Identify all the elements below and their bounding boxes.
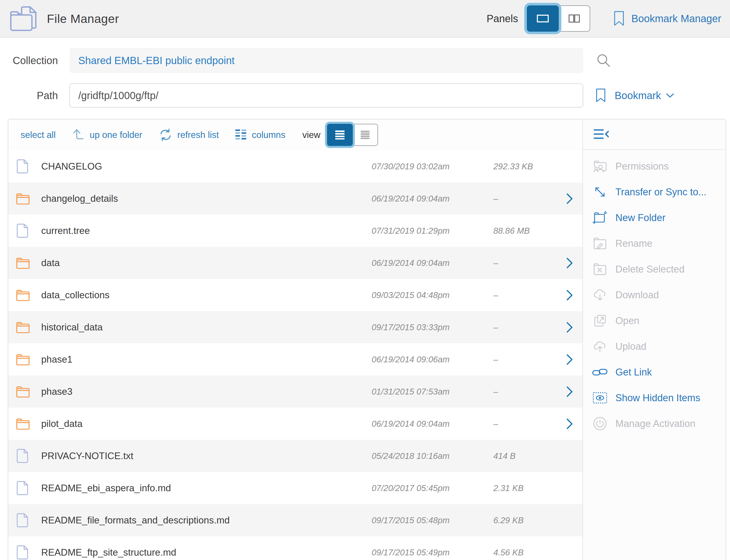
file-row[interactable]: README_ftp_site_structure.md09/17/2015 0… bbox=[8, 536, 583, 560]
file-size: – bbox=[450, 194, 558, 204]
file-row[interactable]: README_ebi_aspera_info.md07/20/2017 05:4… bbox=[8, 472, 583, 504]
sidebar-item-get-link[interactable]: Get Link bbox=[583, 359, 726, 385]
sidebar-item-label: New Folder bbox=[615, 212, 665, 223]
sidebar-item-label: Manage Activation bbox=[615, 418, 696, 429]
refresh-list-button[interactable]: refresh list bbox=[158, 128, 219, 142]
show-hidden-icon bbox=[592, 391, 608, 405]
file-size: 292.33 KB bbox=[450, 162, 558, 171]
sidebar-item-manage-activation: Manage Activation bbox=[583, 411, 726, 436]
sidebar-item-transfer-or-sync-to[interactable]: Transfer or Sync to... bbox=[583, 179, 726, 205]
sidebar-item-open: Open bbox=[583, 308, 726, 334]
list-toolbar: select all up one folder refresh list bbox=[8, 119, 583, 150]
path-input[interactable] bbox=[69, 83, 583, 108]
condensed-view-button[interactable] bbox=[352, 124, 378, 146]
bookmark-manager-link[interactable]: Bookmark Manager bbox=[613, 11, 721, 26]
file-name: CHANGELOG bbox=[41, 161, 341, 172]
file-row[interactable]: data_collections09/03/2015 04:48pm– bbox=[8, 279, 583, 311]
file-name: README_ebi_aspera_info.md bbox=[41, 483, 341, 494]
refresh-icon bbox=[158, 128, 173, 142]
collection-value: Shared EMBL-EBI public endpoint bbox=[78, 55, 234, 66]
file-name: README_file_formats_and_descriptions.md bbox=[41, 515, 341, 526]
sidebar-item-permissions: Permissions bbox=[583, 153, 726, 179]
file-row[interactable]: CHANGELOG07/30/2019 03:02am292.33 KB bbox=[8, 150, 583, 182]
file-size: 2.31 KB bbox=[450, 483, 558, 493]
chevron-right-icon[interactable] bbox=[558, 193, 573, 204]
single-panel-button[interactable] bbox=[527, 5, 559, 32]
bookmark-manager-label: Bookmark Manager bbox=[631, 13, 721, 24]
permissions-icon bbox=[592, 159, 608, 173]
file-icon bbox=[16, 513, 30, 528]
file-size: – bbox=[450, 258, 558, 268]
file-list: CHANGELOG07/30/2019 03:02am292.33 KBchan… bbox=[8, 150, 583, 560]
chevron-right-icon[interactable] bbox=[558, 354, 573, 365]
file-row[interactable]: pilot_data06/19/2014 09:04am– bbox=[8, 408, 583, 440]
file-row[interactable]: phase106/19/2014 09:06am– bbox=[8, 343, 583, 375]
file-row[interactable]: current.tree07/31/2019 01:29pm88.86 MB bbox=[8, 215, 583, 247]
file-row[interactable]: PRIVACY-NOTICE.txt05/24/2018 10:16am414 … bbox=[8, 440, 583, 472]
file-date: 06/19/2014 09:04am bbox=[341, 419, 450, 429]
file-icon bbox=[16, 481, 30, 496]
bookmark-dropdown[interactable]: Bookmark bbox=[596, 88, 674, 103]
collapse-sidebar-icon[interactable] bbox=[593, 128, 610, 140]
up-one-folder-icon bbox=[72, 128, 85, 142]
sidebar-item-label: Download bbox=[615, 290, 659, 301]
sidebar-item-new-folder[interactable]: New Folder bbox=[583, 205, 726, 231]
file-icon bbox=[16, 449, 30, 463]
file-size: 414 B bbox=[450, 451, 558, 461]
collection-field[interactable]: Shared EMBL-EBI public endpoint bbox=[69, 48, 583, 73]
dual-panel-button[interactable] bbox=[558, 5, 590, 32]
sidebar-item-label: Permissions bbox=[615, 161, 669, 172]
file-size: – bbox=[450, 419, 558, 429]
file-date: 07/30/2019 03:02am bbox=[341, 162, 450, 171]
chevron-right-icon[interactable] bbox=[558, 322, 573, 333]
up-one-folder-button[interactable]: up one folder bbox=[72, 128, 142, 142]
file-name: historical_data bbox=[41, 322, 341, 333]
list-view-button[interactable] bbox=[327, 124, 353, 146]
chevron-right-icon[interactable] bbox=[558, 386, 573, 397]
sidebar-item-label: Get Link bbox=[615, 367, 652, 378]
file-name: data bbox=[41, 258, 341, 268]
sidebar-item-show-hidden-items[interactable]: Show Hidden Items bbox=[583, 385, 726, 411]
folder-icon bbox=[16, 289, 30, 302]
file-icon bbox=[16, 545, 30, 560]
select-all-button[interactable]: select all bbox=[21, 130, 56, 140]
actions-sidebar: PermissionsTransfer or Sync to...New Fol… bbox=[583, 119, 726, 560]
folder-icon bbox=[16, 321, 30, 334]
columns-icon bbox=[235, 128, 247, 141]
app-header: File Manager Panels Bookmark Manager bbox=[0, 0, 730, 38]
file-row[interactable]: historical_data09/17/2015 03:33pm– bbox=[8, 311, 583, 343]
activation-icon bbox=[592, 416, 608, 431]
sidebar-item-download: Download bbox=[583, 282, 726, 308]
bookmark-label: Bookmark bbox=[615, 90, 661, 101]
search-icon[interactable] bbox=[596, 53, 612, 68]
file-row[interactable]: changelog_details06/19/2014 09:04am– bbox=[8, 182, 583, 215]
download-icon bbox=[592, 287, 608, 302]
file-name: PRIVACY-NOTICE.txt bbox=[41, 451, 341, 461]
path-label: Path bbox=[8, 90, 58, 101]
file-size: – bbox=[450, 387, 558, 397]
chevron-right-icon[interactable] bbox=[558, 257, 573, 269]
sidebar-item-label: Upload bbox=[615, 341, 646, 352]
file-row[interactable]: phase301/31/2015 07:53am– bbox=[8, 375, 583, 408]
file-date: 05/24/2018 10:16am bbox=[341, 451, 450, 461]
chevron-right-icon[interactable] bbox=[558, 418, 573, 430]
file-date: 09/17/2015 05:49pm bbox=[341, 548, 450, 557]
file-date: 06/19/2014 09:04am bbox=[341, 194, 450, 204]
sidebar-item-rename: Rename bbox=[583, 231, 726, 256]
collection-label: Collection bbox=[8, 55, 58, 66]
list-view-icon bbox=[334, 130, 345, 140]
columns-button[interactable]: columns bbox=[235, 128, 285, 141]
file-size: – bbox=[450, 322, 558, 332]
file-name: phase1 bbox=[41, 354, 341, 365]
dual-panel-icon bbox=[568, 14, 580, 23]
file-size: – bbox=[450, 355, 558, 364]
file-name: changelog_details bbox=[41, 193, 341, 204]
chevron-right-icon[interactable] bbox=[558, 290, 573, 301]
sidebar-item-label: Transfer or Sync to... bbox=[615, 187, 706, 198]
view-label: view bbox=[302, 130, 320, 140]
file-date: 09/17/2015 03:33pm bbox=[341, 322, 450, 332]
file-row[interactable]: data06/19/2014 09:04am– bbox=[8, 247, 583, 279]
chevron-down-icon bbox=[666, 93, 674, 98]
file-row[interactable]: README_file_formats_and_descriptions.md0… bbox=[8, 504, 583, 536]
folder-icon bbox=[16, 417, 30, 430]
